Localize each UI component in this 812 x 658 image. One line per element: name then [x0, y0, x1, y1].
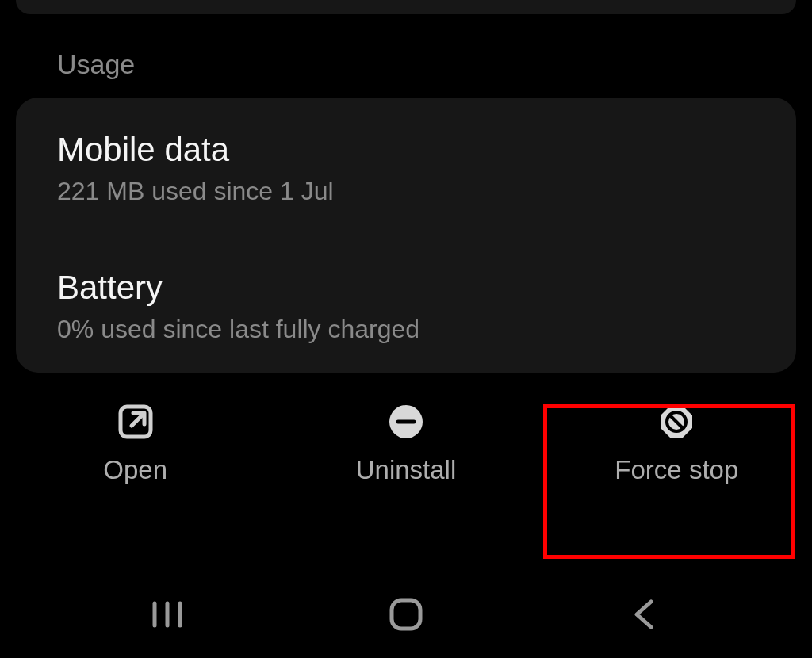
open-label: Open [103, 455, 167, 485]
uninstall-label: Uninstall [356, 455, 457, 485]
mobile-data-row[interactable]: Mobile data 221 MB used since 1 Jul [16, 98, 796, 235]
mobile-data-subtitle: 221 MB used since 1 Jul [57, 177, 755, 206]
navigation-bar [0, 571, 812, 658]
force-stop-label: Force stop [615, 455, 738, 485]
home-button[interactable] [358, 595, 454, 634]
recents-button[interactable] [120, 595, 215, 634]
usage-card: Mobile data 221 MB used since 1 Jul Batt… [16, 98, 796, 373]
back-icon [630, 597, 659, 632]
open-button[interactable]: Open [0, 395, 270, 493]
action-bar: Open Uninstall Force stop [0, 379, 812, 501]
home-icon [389, 597, 423, 632]
battery-subtitle: 0% used since last fully charged [57, 315, 755, 344]
svg-line-1 [132, 414, 144, 426]
mobile-data-title: Mobile data [57, 131, 755, 169]
usage-section-header: Usage [0, 14, 812, 98]
battery-row[interactable]: Battery 0% used since last fully charged [16, 235, 796, 373]
force-stop-icon [658, 403, 695, 441]
open-icon [117, 403, 154, 441]
previous-card-bottom [16, 0, 796, 14]
force-stop-button[interactable]: Force stop [542, 395, 812, 493]
svg-rect-10 [392, 600, 420, 629]
recents-icon [148, 599, 186, 630]
battery-title: Battery [57, 269, 755, 307]
back-button[interactable] [597, 595, 692, 634]
uninstall-button[interactable]: Uninstall [271, 395, 542, 493]
uninstall-icon [388, 403, 424, 441]
